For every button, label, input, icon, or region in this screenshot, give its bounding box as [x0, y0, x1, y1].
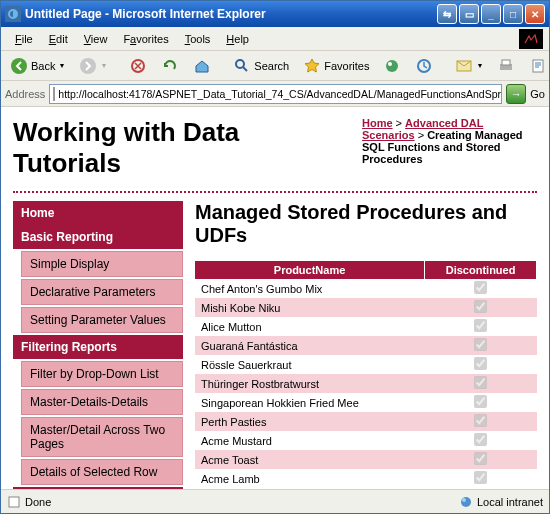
sidebar-item-masterdd[interactable]: Master-Details-Details — [21, 389, 183, 415]
status-bar: Done Local intranet — [1, 489, 549, 513]
table-row: Thüringer Rostbratwurst — [195, 374, 537, 393]
ext1-button[interactable]: ⇆ — [437, 4, 457, 24]
sidebar-item-declarative[interactable]: Declarative Parameters — [21, 279, 183, 305]
back-button[interactable]: Back ▼ — [5, 54, 70, 78]
cell-productname: Alice Mutton — [195, 317, 425, 336]
menu-file[interactable]: File — [7, 31, 41, 47]
sidebar-item-filterddl[interactable]: Filter by Drop-Down List — [21, 361, 183, 387]
breadcrumb-home[interactable]: Home — [362, 117, 393, 129]
svg-point-5 — [386, 60, 398, 72]
cell-discontinued — [425, 393, 537, 412]
sidebar-group-basic[interactable]: Basic Reporting — [13, 225, 183, 249]
sidebar-item-detailsrow[interactable]: Details of Selected Row — [21, 459, 183, 485]
ext2-button[interactable]: ▭ — [459, 4, 479, 24]
menubar: File Edit View Favorites Tools Help — [1, 27, 549, 51]
cell-productname: Chef Anton's Gumbo Mix — [195, 279, 425, 298]
edit-icon — [529, 57, 547, 75]
table-row: Acme Mustard — [195, 431, 537, 450]
menu-view[interactable]: View — [76, 31, 116, 47]
history-icon — [415, 57, 433, 75]
cell-productname: Acme Toast — [195, 450, 425, 469]
cell-discontinued — [425, 317, 537, 336]
col-discontinued: Discontinued — [425, 261, 537, 279]
search-label: Search — [254, 60, 289, 72]
table-row: Alice Mutton — [195, 317, 537, 336]
edit-button[interactable] — [524, 54, 550, 78]
stop-button[interactable] — [124, 54, 152, 78]
table-row: Rössle Sauerkraut — [195, 355, 537, 374]
sidebar-item-mastertwo[interactable]: Master/Detail Across Two Pages — [21, 417, 183, 457]
products-table: ProductName Discontinued Chef Anton's Gu… — [195, 261, 537, 488]
forward-icon — [79, 57, 97, 75]
url-input[interactable]: http://localhost:4178/ASPNET_Data_Tutori… — [49, 84, 502, 104]
sidebar-item-simple[interactable]: Simple Display — [21, 251, 183, 277]
sidebar-group-customized[interactable]: Customized — [13, 487, 183, 489]
menu-favorites[interactable]: Favorites — [115, 31, 176, 47]
go-button[interactable]: → — [506, 84, 526, 104]
history-button[interactable] — [410, 54, 438, 78]
menu-help[interactable]: Help — [218, 31, 257, 47]
menu-tools[interactable]: Tools — [177, 31, 219, 47]
media-button[interactable] — [378, 54, 406, 78]
media-icon — [383, 57, 401, 75]
main-title: Managed Stored Procedures and UDFs — [195, 201, 537, 247]
discontinued-checkbox — [474, 300, 487, 313]
dropdown-icon: ▼ — [58, 62, 65, 69]
cell-discontinued — [425, 412, 537, 431]
svg-point-4 — [236, 60, 244, 68]
done-icon — [7, 495, 21, 509]
mail-icon — [455, 57, 473, 75]
main-panel: Managed Stored Procedures and UDFs Produ… — [195, 201, 537, 489]
address-label: Address — [5, 88, 45, 100]
table-row: Guaraná Fantástica — [195, 336, 537, 355]
sidebar-item-home[interactable]: Home — [13, 201, 183, 225]
zone-text: Local intranet — [477, 496, 543, 508]
cell-discontinued — [425, 298, 537, 317]
cell-discontinued — [425, 279, 537, 298]
table-row: Acme Lamb — [195, 469, 537, 488]
table-row: Acme Toast — [195, 450, 537, 469]
cell-productname: Mishi Kobe Niku — [195, 298, 425, 317]
back-label: Back — [31, 60, 55, 72]
discontinued-checkbox — [474, 338, 487, 351]
close-button[interactable]: ✕ — [525, 4, 545, 24]
cell-productname: Acme Mustard — [195, 431, 425, 450]
cell-discontinued — [425, 469, 537, 488]
table-row: Chef Anton's Gumbo Mix — [195, 279, 537, 298]
cell-productname: Rössle Sauerkraut — [195, 355, 425, 374]
stop-icon — [129, 57, 147, 75]
cell-discontinued — [425, 355, 537, 374]
svg-point-6 — [388, 62, 392, 66]
mail-button[interactable]: ▼ — [450, 54, 488, 78]
toolbar: Back ▼ ▼ Search Favorites ▼ — [1, 51, 549, 81]
sidebar: Home Basic Reporting Simple Display Decl… — [13, 201, 183, 489]
svg-point-1 — [11, 58, 27, 74]
refresh-icon — [161, 57, 179, 75]
favorites-button[interactable]: Favorites — [298, 54, 374, 78]
menu-edit[interactable]: Edit — [41, 31, 76, 47]
sidebar-item-setparam[interactable]: Setting Parameter Values — [21, 307, 183, 333]
forward-button[interactable]: ▼ — [74, 54, 112, 78]
minimize-button[interactable]: _ — [481, 4, 501, 24]
maximize-button[interactable]: □ — [503, 4, 523, 24]
discontinued-checkbox — [474, 433, 487, 446]
col-productname: ProductName — [195, 261, 425, 279]
favorites-label: Favorites — [324, 60, 369, 72]
print-button[interactable] — [492, 54, 520, 78]
sidebar-group-filtering[interactable]: Filtering Reports — [13, 335, 183, 359]
refresh-button[interactable] — [156, 54, 184, 78]
page-title: Working with Data Tutorials — [13, 117, 352, 179]
table-row: Mishi Kobe Niku — [195, 298, 537, 317]
back-icon — [10, 57, 28, 75]
cell-productname: Perth Pasties — [195, 412, 425, 431]
home-button[interactable] — [188, 54, 216, 78]
search-button[interactable]: Search — [228, 54, 294, 78]
home-icon — [193, 57, 211, 75]
cell-productname: Acme Lamb — [195, 469, 425, 488]
discontinued-checkbox — [474, 414, 487, 427]
search-icon — [233, 57, 251, 75]
cell-discontinued — [425, 450, 537, 469]
url-text: http://localhost:4178/ASPNET_Data_Tutori… — [58, 88, 502, 100]
svg-rect-10 — [502, 60, 510, 65]
status-text: Done — [25, 496, 51, 508]
